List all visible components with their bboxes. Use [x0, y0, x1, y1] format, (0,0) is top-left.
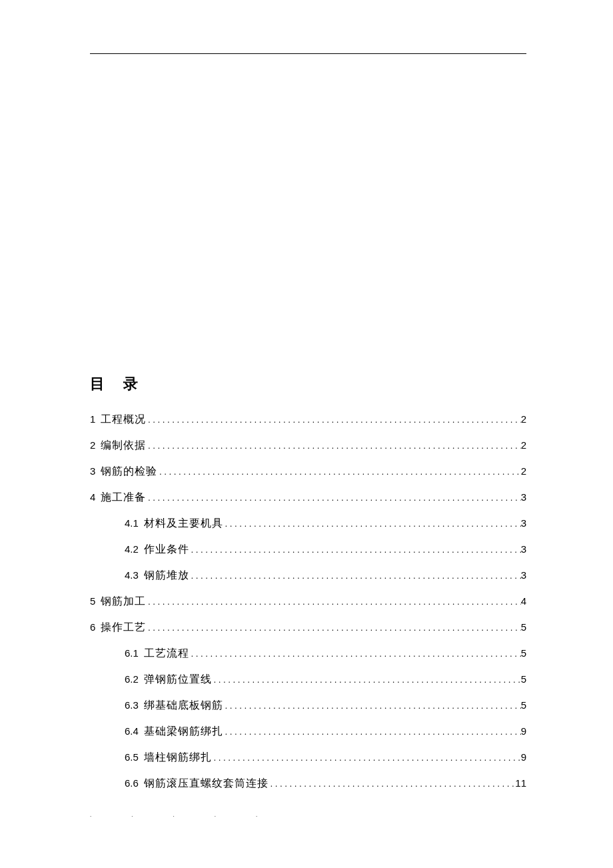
toc-page-number: 2 — [521, 413, 526, 425]
toc-leader-dots — [223, 701, 521, 711]
toc-entry: 6.3绑基础底板钢筋5 — [90, 699, 526, 713]
toc-leader-dots — [212, 675, 521, 685]
document-page: 目录 1工程概况22编制依据23钢筋的检验24施工准备34.1材料及主要机具34… — [0, 0, 613, 868]
toc-page-number: 5 — [521, 647, 526, 659]
toc-page-number: 4 — [521, 595, 526, 607]
toc-page-number: 3 — [521, 569, 526, 581]
toc-page-number: 3 — [521, 543, 526, 555]
toc-number: 4.2 — [125, 543, 139, 555]
toc-label: 操作工艺 — [101, 621, 146, 635]
toc-label: 作业条件 — [144, 543, 189, 557]
toc-page-number: 2 — [521, 465, 526, 477]
toc-page-number: 9 — [521, 751, 526, 763]
toc-entry: 6操作工艺5 — [90, 621, 526, 635]
toc-entry: 2编制依据2 — [90, 439, 526, 453]
toc-number: 2 — [90, 439, 95, 451]
toc-title: 目录 — [90, 374, 526, 394]
toc-label: 钢筋的检验 — [101, 465, 157, 479]
toc-label: 弹钢筋位置线 — [144, 673, 212, 687]
toc-number: 6.1 — [125, 647, 139, 659]
toc-entry: 5钢筋加工4 — [90, 595, 526, 609]
toc-page-number: 3 — [521, 491, 526, 503]
toc-label: 墙柱钢筋绑扎 — [144, 751, 212, 765]
toc-entry: 3钢筋的检验2 — [90, 465, 526, 479]
toc-entry: 6.1工艺流程5 — [90, 647, 526, 661]
toc-number: 6.4 — [125, 725, 139, 737]
toc-page-number: 2 — [521, 439, 526, 451]
table-of-contents: 1工程概况22编制依据23钢筋的检验24施工准备34.1材料及主要机具34.2作… — [90, 413, 526, 791]
toc-leader-dots — [146, 623, 520, 633]
toc-leader-dots — [223, 727, 521, 737]
toc-leader-dots — [146, 441, 520, 451]
toc-page-number: 5 — [521, 673, 526, 685]
toc-entry: 6.4基础梁钢筋绑扎9 — [90, 725, 526, 739]
toc-leader-dots — [269, 779, 515, 789]
toc-entry: 6.6钢筋滚压直螺纹套筒连接11 — [90, 777, 526, 791]
toc-leader-dots — [189, 571, 521, 581]
toc-entry: 6.2弹钢筋位置线5 — [90, 673, 526, 687]
toc-leader-dots — [146, 597, 520, 607]
toc-label: 材料及主要机具 — [144, 517, 223, 531]
toc-number: 4.1 — [125, 517, 139, 529]
toc-leader-dots — [189, 545, 521, 555]
toc-page-number: 5 — [521, 621, 526, 633]
toc-label: 工程概况 — [101, 413, 146, 427]
toc-label: 工艺流程 — [144, 647, 189, 661]
toc-entry: 4.2作业条件3 — [90, 543, 526, 557]
toc-label: 钢筋滚压直螺纹套筒连接 — [144, 777, 269, 791]
toc-leader-dots — [146, 493, 520, 503]
toc-number: 6.2 — [125, 673, 139, 685]
toc-label: 施工准备 — [101, 491, 146, 505]
toc-number: 6 — [90, 621, 95, 633]
toc-number: 6.6 — [125, 777, 139, 789]
toc-number: 4.3 — [125, 569, 139, 581]
toc-label: 钢筋堆放 — [144, 569, 189, 583]
toc-page-number: 9 — [521, 725, 526, 737]
toc-entry: 1工程概况2 — [90, 413, 526, 427]
toc-number: 3 — [90, 465, 95, 477]
header-rule — [90, 53, 526, 54]
toc-page-number: 3 — [521, 517, 526, 529]
toc-page-number: 5 — [521, 699, 526, 711]
toc-label: 基础梁钢筋绑扎 — [144, 725, 223, 739]
toc-label: 编制依据 — [101, 439, 146, 453]
toc-entry: 4.1材料及主要机具3 — [90, 517, 526, 531]
toc-number: 5 — [90, 595, 95, 607]
toc-label: 钢筋加工 — [101, 595, 146, 609]
toc-entry: 4施工准备3 — [90, 491, 526, 505]
toc-label: 绑基础底板钢筋 — [144, 699, 223, 713]
toc-entry: 4.3钢筋堆放3 — [90, 569, 526, 583]
toc-leader-dots — [223, 519, 521, 529]
toc-number: 6.5 — [125, 751, 139, 763]
toc-leader-dots — [189, 649, 521, 659]
toc-entry: 6.5墙柱钢筋绑扎9 — [90, 751, 526, 765]
toc-number: 4 — [90, 491, 95, 503]
toc-leader-dots — [157, 467, 520, 477]
toc-number: 6.3 — [125, 699, 139, 711]
toc-leader-dots — [146, 415, 520, 425]
toc-leader-dots — [212, 753, 521, 763]
toc-number: 1 — [90, 413, 95, 425]
footer-dots: ..... — [90, 811, 297, 818]
toc-page-number: 11 — [515, 777, 526, 789]
